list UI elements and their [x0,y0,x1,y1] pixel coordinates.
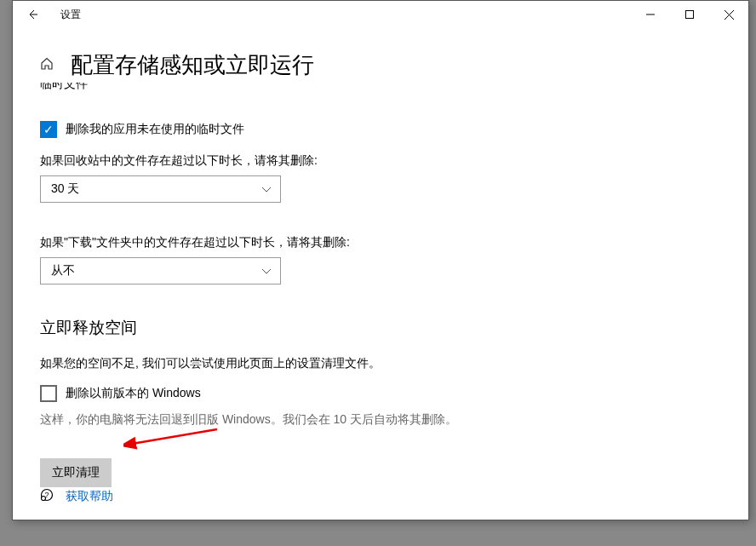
titlebar: 设置 [13,1,748,28]
svg-text:?: ? [44,491,49,499]
chevron-down-icon [261,264,272,278]
chevron-down-icon [261,182,272,196]
downloads-value: 从不 [51,263,75,279]
help-row: ? 获取帮助 [40,488,113,504]
content-area: 删除我的应用未在使用的临时文件 如果回收站中的文件存在超过以下时长，请将其删除:… [13,92,748,487]
recycle-bin-label: 如果回收站中的文件存在超过以下时长，请将其删除: [40,153,714,169]
prev-windows-row: 删除以前版本的 Windows [40,385,714,402]
window-controls [631,1,748,28]
delete-temp-label: 删除我的应用未在使用的临时文件 [66,122,244,137]
downloads-label: 如果"下载"文件夹中的文件存在超过以下时长，请将其删除: [40,235,714,250]
maximize-button[interactable] [670,1,709,28]
header: 配置存储感知或立即运行 [13,28,748,80]
home-icon[interactable] [40,57,54,74]
svg-rect-2 [686,11,694,19]
close-button[interactable] [709,1,748,28]
settings-window: 设置 配置存储感知或立即运行 临时文件 删除我的应用未在使用的临时文件 如果回收… [12,0,749,520]
prev-windows-desc: 这样，你的电脑将无法回退到旧版 Windows。我们会在 10 天后自动将其删除… [40,412,714,428]
minimize-button[interactable] [631,1,670,28]
page-title: 配置存储感知或立即运行 [71,50,314,80]
free-space-desc: 如果您的空间不足, 我们可以尝试使用此页面上的设置清理文件。 [40,356,714,371]
downloads-dropdown[interactable]: 从不 [40,257,281,284]
back-button[interactable] [20,2,45,27]
help-icon: ? [40,488,54,504]
prev-windows-label: 删除以前版本的 Windows [66,386,201,401]
recycle-bin-dropdown[interactable]: 30 天 [40,175,281,203]
window-title: 设置 [60,8,81,22]
cutoff-text: 临时文件 [40,83,88,92]
free-space-heading: 立即释放空间 [40,317,714,339]
delete-temp-row: 删除我的应用未在使用的临时文件 [40,121,714,138]
clean-now-button[interactable]: 立即清理 [40,458,112,487]
recycle-bin-value: 30 天 [51,181,79,197]
prev-windows-checkbox[interactable] [40,385,57,402]
delete-temp-checkbox[interactable] [40,121,57,138]
get-help-link[interactable]: 获取帮助 [66,489,113,504]
